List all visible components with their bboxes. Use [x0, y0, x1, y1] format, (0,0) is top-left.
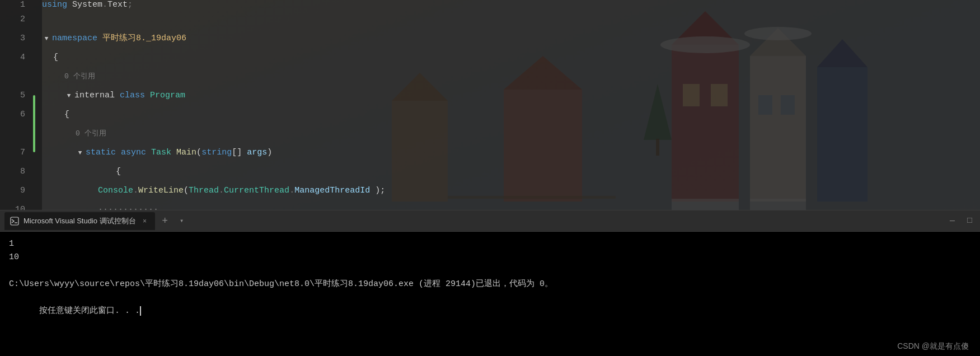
open-brace-method: { — [42, 162, 121, 181]
terminal-panel: Microsoft Visual Studio 调试控制台 × + ▾ — □ … — [0, 210, 980, 356]
cursor-blink — [140, 306, 146, 316]
managed-thread-id: ManagedThreadId — [294, 181, 370, 200]
code-line-6: { — [42, 105, 980, 124]
terminal-tab-bar: Microsoft Visual Studio 调试控制台 × + ▾ — □ — [0, 210, 980, 232]
line-num-ref2: · — [0, 124, 25, 143]
terminal-controls: — □ — [946, 215, 976, 227]
line-num-9: 9 — [0, 181, 25, 200]
maximize-button[interactable]: □ — [964, 215, 976, 227]
collapse-arrow-class[interactable]: ▼ — [64, 91, 73, 100]
keyword-internal: internal — [74, 86, 115, 105]
keyword-using: using — [42, 0, 67, 10]
partial-code-line: ············ — [42, 200, 158, 210]
ref-hint-class: 0 个引用 — [42, 67, 95, 86]
gutter — [31, 0, 42, 210]
keyword-async: async — [121, 143, 146, 162]
line-num-3: 3 — [0, 29, 25, 48]
paren-open-2: ( — [184, 181, 189, 200]
code-line-9: Console . WriteLine ( Thread . CurrentTh… — [42, 181, 980, 200]
namespace-text: Text — [107, 0, 128, 10]
dot-1: . — [102, 0, 107, 10]
current-thread: CurrentThread — [224, 181, 289, 200]
namespace-system: System — [72, 0, 102, 10]
keyword-string: string — [201, 143, 232, 162]
tab-dropdown-button[interactable]: ▾ — [174, 213, 190, 229]
output-line-2: 10 — [9, 251, 971, 264]
terminal-tab-icon — [10, 217, 19, 226]
semicolon-1: ; — [128, 0, 133, 10]
writeline-method: WriteLine — [138, 181, 184, 200]
code-line-2 — [42, 10, 980, 29]
dot-thread: . — [219, 181, 224, 200]
watermark: CSDN @就是有点傻 — [897, 341, 969, 352]
line-numbers: 1 2 3 4 · 5 6 · 7 8 9 10 — [0, 0, 31, 210]
thread-class: Thread — [189, 181, 219, 200]
line-num-ref1: · — [0, 67, 25, 86]
open-brace-class: { — [42, 105, 69, 124]
output-line-blank — [9, 264, 971, 278]
paren-open: ( — [196, 143, 201, 162]
method-main: Main — [176, 143, 196, 162]
line-num-2: 2 — [0, 10, 25, 29]
watermark-text: CSDN @就是有点傻 — [897, 341, 969, 350]
keyword-static: static — [86, 143, 116, 162]
line-num-5: 5 — [0, 86, 25, 105]
line-num-6: 6 — [0, 105, 25, 124]
code-line-ref1: 0 个引用 — [42, 67, 980, 86]
code-line-ref2: 0 个引用 — [42, 124, 980, 143]
line-num-8: 8 — [0, 162, 25, 181]
collapse-arrow-namespace[interactable]: ▼ — [42, 34, 51, 43]
output-prompt: 按任意键关闭此窗口. . . — [9, 291, 971, 331]
green-indicator-bar — [33, 95, 35, 152]
code-line-7: ▼ static async Task Main ( string [] arg… — [42, 143, 980, 162]
dot-console: . — [133, 181, 138, 200]
collapse-arrow-method[interactable]: ▼ — [76, 148, 85, 157]
ref-hint-method: 0 个引用 — [42, 124, 106, 143]
space-1 — [67, 0, 72, 10]
keyword-task: Task — [151, 143, 171, 162]
code-line-10: ············ — [42, 200, 980, 210]
code-line-5: ▼ internal class Program — [42, 86, 980, 105]
code-line-3: ▼ namespace 平时练习8._19day06 — [42, 29, 980, 48]
dot-current: . — [289, 181, 294, 200]
line-num-1: 1 — [0, 0, 25, 10]
output-line-1: 1 — [9, 237, 971, 251]
code-content-area: using System . Text ; ▼ namespace 平时练习8.… — [42, 0, 980, 210]
tab-close-button[interactable]: × — [140, 217, 149, 226]
line-num-7: 7 — [0, 143, 25, 162]
line-num-4: 4 — [0, 48, 25, 67]
paren-close: ) — [267, 143, 272, 162]
tab-add-button[interactable]: + — [157, 213, 173, 229]
paren-close-2: ); — [375, 181, 385, 200]
output-path: C:\Users\wyyy\source\repos\平时练习8.19day06… — [9, 278, 971, 291]
class-name: Program — [150, 86, 185, 105]
bracket-open: [] — [232, 143, 242, 162]
terminal-tab-label: Microsoft Visual Studio 调试控制台 — [24, 216, 136, 226]
code-line-4: { — [42, 48, 980, 67]
param-args: args — [247, 143, 267, 162]
space-semi — [370, 181, 375, 200]
keyword-namespace: namespace — [52, 29, 97, 48]
output-close-prompt: 按任意键关闭此窗口. . . — [39, 306, 140, 316]
terminal-tab[interactable]: Microsoft Visual Studio 调试控制台 × — [4, 212, 155, 230]
code-line-8: { — [42, 162, 980, 181]
keyword-class: class — [120, 86, 145, 105]
minimize-button[interactable]: — — [946, 215, 958, 227]
code-line-1: using System . Text ; — [42, 0, 980, 10]
terminal-output: 1 10 C:\Users\wyyy\source\repos\平时练习8.19… — [0, 232, 980, 356]
open-brace-outer: { — [42, 48, 58, 67]
console-class: Console — [98, 181, 133, 200]
code-editor: 1 2 3 4 · 5 6 · 7 8 9 10 using System . … — [0, 0, 980, 210]
namespace-name: 平时练习8._19day06 — [102, 29, 186, 48]
